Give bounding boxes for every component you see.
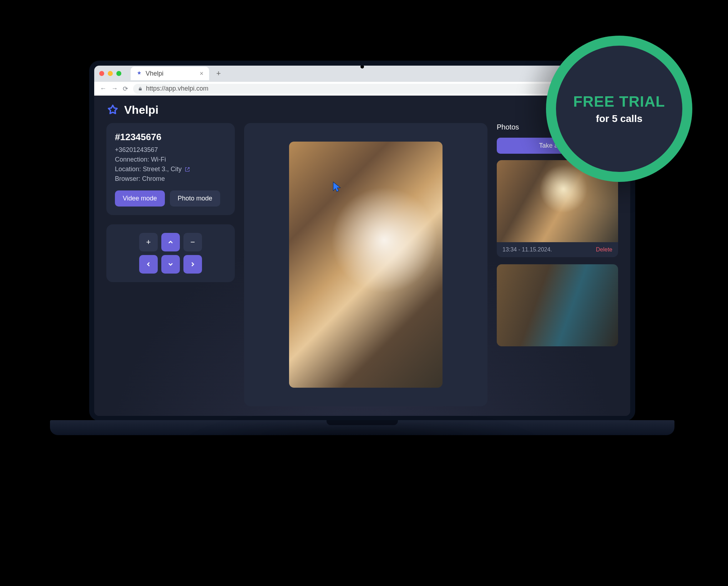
- tab-favicon-icon: [136, 71, 142, 76]
- session-phone: +36201243567: [115, 146, 226, 154]
- badge-circle: FREE TRIAL for 5 calls: [546, 36, 692, 182]
- dpad-right-button[interactable]: [183, 255, 202, 274]
- dpad-panel: + −: [106, 224, 235, 282]
- reload-icon[interactable]: ⟳: [123, 85, 128, 93]
- chevron-down-icon: [167, 261, 174, 268]
- forward-icon[interactable]: →: [111, 85, 118, 92]
- chevron-right-icon: [189, 261, 196, 268]
- photo-card: [497, 264, 618, 346]
- photo-timestamp: 13:34 - 11.15.2024.: [502, 246, 552, 253]
- badge-subtitle: for 5 calls: [596, 113, 643, 124]
- zoom-in-button[interactable]: +: [139, 233, 158, 251]
- video-mode-button[interactable]: Videe mode: [115, 190, 165, 207]
- pointer-cursor-icon: [332, 181, 343, 194]
- window-controls: [99, 71, 121, 76]
- brand-name: Vhelpi: [124, 103, 158, 117]
- dpad: + −: [115, 233, 226, 274]
- session-panel: #12345676 +36201243567 Connection: Wi-Fi…: [106, 123, 235, 215]
- chevron-left-icon: [145, 261, 152, 268]
- photo-meta: 13:34 - 11.15.2024. Delete: [497, 242, 618, 257]
- dpad-left-button[interactable]: [139, 255, 158, 274]
- photo-thumbnail[interactable]: [497, 264, 618, 346]
- close-window-icon[interactable]: [99, 71, 104, 76]
- new-tab-button[interactable]: +: [213, 69, 224, 78]
- session-meta: +36201243567 Connection: Wi-Fi Location:…: [115, 146, 226, 183]
- laptop-shadow: [95, 424, 630, 539]
- session-location-text: Location: Street 3., City: [115, 165, 182, 173]
- camera-dot: [360, 65, 364, 68]
- back-icon[interactable]: ←: [100, 85, 106, 92]
- photo-mode-button[interactable]: Photo mode: [170, 190, 220, 207]
- left-column: #12345676 +36201243567 Connection: Wi-Fi…: [106, 123, 235, 406]
- session-connection: Connection: Wi-Fi: [115, 156, 226, 163]
- video-frame[interactable]: [289, 142, 443, 388]
- close-tab-icon[interactable]: ×: [199, 70, 203, 77]
- video-panel: [244, 123, 487, 406]
- video-stream-placeholder: [289, 142, 443, 388]
- mode-toggle: Videe mode Photo mode: [115, 190, 226, 207]
- dpad-down-button[interactable]: [161, 255, 180, 274]
- minimize-window-icon[interactable]: [108, 71, 113, 76]
- free-trial-badge: FREE TRIAL for 5 calls: [546, 36, 692, 182]
- session-location-link[interactable]: Location: Street 3., City: [115, 165, 226, 173]
- zoom-out-button[interactable]: −: [183, 233, 202, 251]
- dpad-up-button[interactable]: [161, 233, 180, 251]
- external-link-icon: [184, 167, 190, 172]
- maximize-window-icon[interactable]: [116, 71, 121, 76]
- tab-title: Vhelpi: [146, 70, 163, 77]
- brand-logo-icon: [106, 104, 119, 117]
- browser-tab[interactable]: Vhelpi ×: [131, 67, 209, 80]
- delete-photo-button[interactable]: Delete: [596, 246, 612, 253]
- lock-icon: [138, 87, 142, 91]
- address-bar-url: https://app.vhelpi.com: [146, 85, 208, 92]
- session-browser: Browser: Chrome: [115, 175, 226, 183]
- badge-title: FREE TRIAL: [573, 93, 665, 110]
- session-id: #12345676: [115, 132, 226, 143]
- chevron-up-icon: [167, 239, 174, 246]
